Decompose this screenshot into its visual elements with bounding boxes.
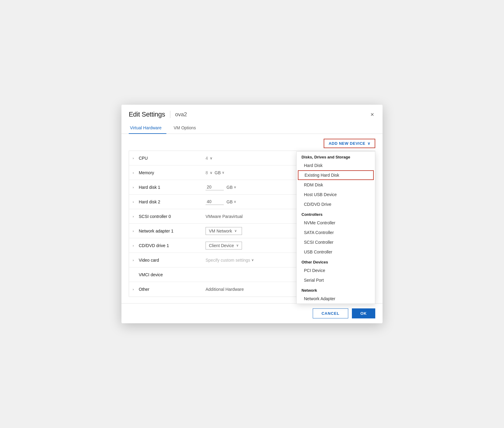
memory-unit-text: GB [215, 170, 221, 175]
other-label: Other [139, 287, 206, 292]
rdm-disk-item[interactable]: RDM Disk [297, 180, 375, 190]
tab-virtual-hardware[interactable]: Virtual Hardware [129, 122, 166, 134]
cancel-button[interactable]: CANCEL [313, 308, 348, 318]
network-select-chevron-icon: ∨ [234, 229, 237, 233]
hard-disk-1-unit-chevron-icon: ∨ [234, 185, 236, 189]
video-dropdown-chevron-icon: ∨ [251, 258, 254, 262]
cdvd-expand-icon[interactable]: › [133, 244, 139, 247]
controllers-section-header: Controllers [297, 209, 375, 218]
hard-disk-1-label: Hard disk 1 [139, 185, 206, 190]
scsi-label: SCSI controller 0 [139, 214, 206, 219]
dialog-header: Edit Settings ova2 × [121, 105, 383, 119]
existing-hard-disk-item[interactable]: Existing Hard Disk [298, 170, 374, 180]
cd-dvd-drive-item[interactable]: CD/DVD Drive [297, 199, 375, 209]
hard-disk-2-unit-text: GB [226, 199, 233, 204]
edit-settings-dialog: Edit Settings ova2 × Virtual Hardware VM… [121, 105, 383, 323]
serial-port-item[interactable]: Serial Port [297, 275, 375, 285]
tab-vm-options[interactable]: VM Options [172, 122, 201, 134]
other-value-text: Additional Hardware [206, 287, 244, 292]
memory-chevron-icon[interactable]: ∨ [210, 171, 213, 175]
hard-disk-2-unit-select[interactable]: GB ∨ [226, 199, 237, 205]
toolbar: ADD NEW DEVICE ∨ [129, 139, 375, 148]
video-dropdown-text: Specify custom settings [206, 258, 250, 263]
network-adapter-item[interactable]: Network Adapter [297, 294, 375, 304]
hard-disk-1-unit-select[interactable]: GB ∨ [226, 185, 237, 190]
memory-value-text: 8 [206, 170, 208, 175]
memory-unit-chevron-icon: ∨ [222, 171, 224, 175]
network-select-text: VM Network [209, 229, 232, 233]
cdvd-select-chevron-icon: ∨ [236, 243, 239, 247]
close-button[interactable]: × [369, 110, 375, 119]
network-expand-icon[interactable]: › [133, 229, 139, 233]
hard-disk-1-input[interactable] [206, 184, 224, 190]
sata-controller-item[interactable]: SATA Controller [297, 228, 375, 237]
ok-button[interactable]: OK [352, 308, 375, 318]
dialog-title: Edit Settings [129, 110, 165, 118]
hard-disk-2-label: Hard disk 2 [139, 199, 206, 204]
vmci-label: VMCI device [139, 272, 206, 277]
add-device-dropdown-menu: Disks, Drives and Storage Hard Disk Exis… [296, 151, 375, 304]
cdvd-label: CD/DVD drive 1 [139, 243, 206, 248]
hard-disk-1-unit-text: GB [226, 185, 233, 190]
memory-label: Memory [139, 170, 206, 175]
add-device-chevron-icon: ∨ [367, 141, 371, 146]
cpu-expand-icon[interactable]: › [133, 156, 139, 160]
video-expand-icon[interactable]: › [133, 258, 139, 262]
dialog-body: ADD NEW DEVICE ∨ › CPU 4 ∨ › Memory [121, 134, 383, 303]
nvme-controller-item[interactable]: NVMe Controller [297, 218, 375, 228]
hard-disk-2-unit-chevron-icon: ∨ [234, 200, 236, 204]
cdvd-select[interactable]: Client Device ∨ [206, 242, 242, 250]
memory-unit-select[interactable]: GB ∨ [214, 170, 225, 175]
add-new-device-button[interactable]: ADD NEW DEVICE ∨ [324, 139, 375, 148]
video-label: Video card [139, 258, 206, 263]
add-new-device-label: ADD NEW DEVICE [329, 141, 365, 146]
usb-controller-item[interactable]: USB Controller [297, 247, 375, 257]
network-select[interactable]: VM Network ∨ [206, 227, 242, 235]
header-separator [170, 111, 170, 118]
cpu-value-wrap: 4 ∨ [206, 156, 213, 161]
memory-value-wrap: 8 ∨ GB ∨ [206, 170, 225, 175]
cdvd-select-text: Client Device [209, 243, 234, 248]
scsi-expand-icon[interactable]: › [133, 215, 139, 218]
other-expand-icon[interactable]: › [133, 287, 139, 291]
hard-disk-1-expand-icon[interactable]: › [133, 185, 139, 189]
memory-expand-icon[interactable]: › [133, 171, 139, 175]
scsi-controller-item[interactable]: SCSI Controller [297, 237, 375, 247]
network-section-header: Network [297, 285, 375, 294]
hard-disk-item[interactable]: Hard Disk [297, 161, 375, 170]
video-dropdown[interactable]: Specify custom settings ∨ [206, 258, 254, 263]
vm-name: ova2 [175, 111, 187, 118]
cpu-chevron-icon[interactable]: ∨ [210, 156, 213, 160]
hard-disk-2-input[interactable] [206, 199, 224, 205]
cpu-label: CPU [139, 156, 206, 161]
cpu-value-text: 4 [206, 156, 208, 161]
scsi-value-text: VMware Paravirtual [206, 214, 243, 219]
other-devices-section-header: Other Devices [297, 257, 375, 266]
tabs-bar: Virtual Hardware VM Options [121, 122, 383, 134]
dialog-footer: CANCEL OK [121, 303, 383, 323]
disks-section-header: Disks, Drives and Storage [297, 152, 375, 161]
pci-device-item[interactable]: PCI Device [297, 266, 375, 275]
hard-disk-2-expand-icon[interactable]: › [133, 200, 139, 204]
network-label: Network adapter 1 [139, 229, 206, 233]
host-usb-device-item[interactable]: Host USB Device [297, 190, 375, 199]
